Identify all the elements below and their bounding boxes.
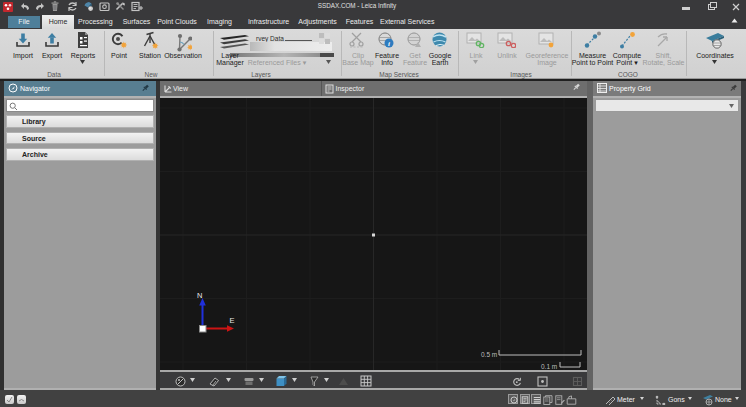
svg-text:N: N: [197, 291, 202, 300]
svg-text:E: E: [230, 316, 235, 325]
svg-text:i: i: [388, 40, 390, 48]
